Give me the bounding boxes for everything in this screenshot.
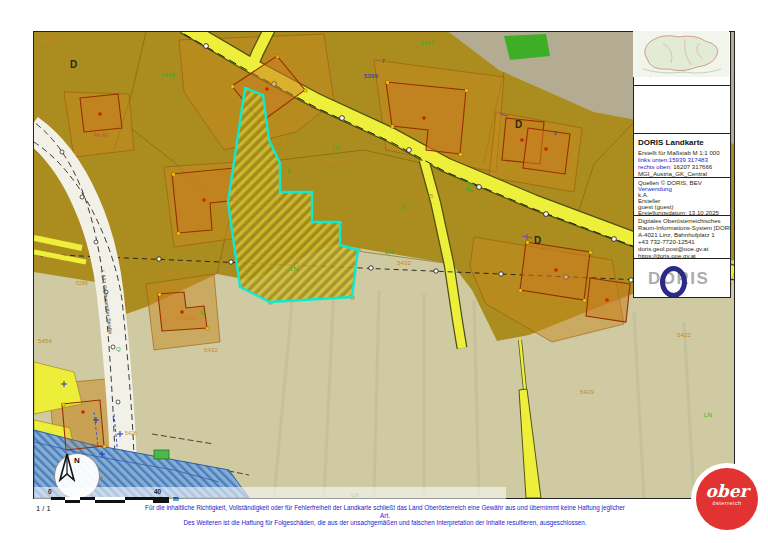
info-text: Erstellungsdatum: 13.10.2025	[638, 209, 719, 216]
map-title: DORIS Landkarte	[638, 138, 726, 147]
brand-name: ober	[696, 482, 758, 500]
map-graphics	[34, 32, 734, 498]
scale-unit: m	[173, 495, 179, 502]
doris-map-page: 5442/1D54385368/7541753997AV AV5435/2D25…	[0, 0, 768, 543]
page-indicator: 1 / 1	[36, 504, 51, 513]
scale-start: 0	[48, 488, 52, 495]
scale-bar-graphic	[51, 497, 169, 503]
ooe-brand-logo: ober österreich	[691, 463, 763, 535]
meta-lines: Erstellt für Maßstab M 1:1 000links unte…	[638, 150, 726, 178]
info-line: MGI_Austria_GK_Central	[638, 171, 726, 178]
green-field	[504, 34, 550, 60]
map-source-box: Quellen © DORIS, BEVVerwendungk.A.Erstel…	[633, 178, 731, 216]
info-text: MGI_Austria_GK_Central	[638, 170, 707, 177]
source-lines: Quellen © DORIS, BEVVerwendungk.A.Erstel…	[638, 180, 726, 215]
map-canvas: 5442/1D54385368/7541753997AV AV5435/2D25…	[33, 31, 735, 499]
map-meta-box: DORIS Landkarte Erstellt für Maßstab M 1…	[633, 134, 731, 178]
north-arrow-icon	[55, 454, 79, 482]
disclaimer-line-1: Für die inhaltliche Richtigkeit, Vollstä…	[140, 504, 630, 519]
overview-map-box	[633, 86, 731, 134]
info-line: Erstellungsdatum: 13.10.2025	[638, 210, 726, 216]
doris-logo-ring-icon	[660, 266, 687, 298]
map-info-sidebar: DORIS Landkarte Erstellt für Maßstab M 1…	[633, 31, 731, 298]
contact-lines: Digitales OberösterreichischesRaum-Infor…	[638, 218, 726, 259]
brand-logo-circle: ober österreich	[696, 468, 758, 530]
disclaimer-text: Für die inhaltliche Richtigkeit, Vollstä…	[140, 504, 630, 527]
disclaimer-line-2: Des Weiteren ist die Haftung für Folgesc…	[140, 519, 630, 527]
scale-end: 40	[154, 488, 161, 495]
doris-contact-box: Digitales OberösterreichischesRaum-Infor…	[633, 216, 731, 259]
scale-bar: 0 40 m	[34, 487, 506, 505]
info-text: https://doris.ooe.gv.at	[638, 252, 696, 259]
doris-logo-box: DORIS	[633, 259, 731, 298]
